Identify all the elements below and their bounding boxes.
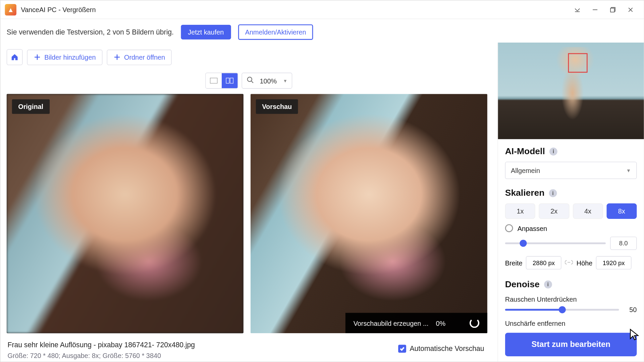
mouse-cursor-icon — [629, 328, 641, 343]
scale-label: Skalieren — [505, 188, 545, 198]
svg-point-5 — [247, 77, 252, 81]
suppress-noise-slider[interactable] — [505, 309, 619, 310]
split-view-icon — [226, 77, 234, 84]
scale-8x-button[interactable]: 8x — [606, 203, 637, 219]
scale-options: 1x 2x 4x 8x — [505, 203, 637, 219]
plus-icon — [113, 54, 120, 61]
preview-image — [251, 94, 487, 333]
zoom-level-select[interactable]: 100% ▼ — [241, 73, 292, 89]
chevron-down-icon: ▼ — [626, 168, 631, 173]
minimize-icon[interactable] — [586, 3, 604, 16]
custom-scale-toggle[interactable]: Anpassen — [505, 224, 637, 232]
maximize-icon[interactable] — [604, 3, 622, 16]
ai-model-section-title: AI-Modell i — [505, 146, 637, 156]
add-images-button[interactable]: Bilder hinzufügen — [27, 49, 103, 65]
suppress-noise-row: 50 — [505, 306, 637, 313]
sidebar: AI-Modell i Allgemein ▼ Skalieren i 1x 2… — [497, 43, 644, 362]
magnifier-icon — [247, 76, 254, 85]
progress-percent: 0% — [436, 319, 445, 327]
original-image — [7, 94, 244, 333]
trial-bar: Sie verwenden die Testversion, 2 von 5 B… — [0, 19, 644, 45]
width-label: Breite — [505, 259, 523, 266]
svg-rect-1 — [610, 8, 614, 12]
titlebar: ▲ VanceAI PC - Vergrößern — [0, 0, 644, 19]
dimensions-row: Breite 2880 px Höhe 1920 px — [505, 256, 637, 269]
open-folder-button[interactable]: Ordner öffnen — [107, 49, 171, 65]
view-split-button[interactable] — [222, 73, 238, 88]
info-icon[interactable]: i — [544, 280, 552, 288]
close-icon[interactable] — [622, 3, 639, 16]
original-pane[interactable]: Original — [7, 94, 244, 333]
info-icon[interactable]: i — [549, 147, 557, 156]
dropdown-icon[interactable] — [569, 3, 586, 16]
buy-button[interactable]: Jetzt kaufen — [181, 25, 231, 40]
scale-1x-button[interactable]: 1x — [505, 203, 535, 219]
progress-overlay: Vorschaubild erzeugen ... 0% — [345, 313, 487, 333]
model-select-value: Allgemein — [511, 167, 540, 174]
spinner-icon — [470, 318, 479, 328]
adjust-label: Anpassen — [518, 225, 547, 232]
original-badge: Original — [12, 99, 50, 114]
view-mode-segment — [205, 73, 238, 89]
denoise-label: Denoise — [505, 279, 540, 289]
app-logo-icon: ▲ — [5, 4, 16, 15]
navigator-preview[interactable] — [498, 43, 644, 139]
open-folder-label: Ordner öffnen — [124, 53, 165, 61]
model-select[interactable]: Allgemein ▼ — [505, 162, 637, 179]
height-label: Höhe — [577, 259, 592, 266]
scale-section-title: Skalieren i — [505, 188, 637, 198]
svg-rect-2 — [210, 78, 217, 83]
denoise-section-title: Denoise i — [505, 279, 637, 289]
scale-2x-button[interactable]: 2x — [539, 203, 569, 219]
home-button[interactable] — [7, 49, 23, 65]
svg-rect-3 — [226, 78, 229, 83]
auto-preview-label: Automatische Vorschau — [410, 345, 484, 353]
scale-slider-row: 8.0 — [505, 237, 637, 250]
ai-model-label: AI-Modell — [505, 146, 545, 156]
signin-button[interactable]: Anmelden/Aktivieren — [238, 24, 313, 40]
window-title: VanceAI PC - Vergrößern — [21, 6, 96, 13]
width-input[interactable]: 2880 px — [526, 256, 561, 269]
view-single-button[interactable] — [206, 73, 222, 88]
chevron-down-icon: ▼ — [283, 78, 287, 83]
scale-value-field[interactable]: 8.0 — [610, 237, 637, 250]
auto-preview-toggle[interactable]: Automatische Vorschau — [398, 345, 484, 353]
progress-text: Vorschaubild erzeugen ... — [354, 319, 429, 327]
height-input[interactable]: 1920 px — [596, 256, 632, 269]
preview-pane[interactable]: Vorschau Vorschaubild erzeugen ... 0% — [251, 94, 487, 333]
single-view-icon — [210, 77, 218, 84]
info-icon[interactable]: i — [549, 189, 557, 197]
start-processing-button[interactable]: Start zum bearbeiten — [505, 333, 637, 356]
svg-rect-4 — [230, 78, 233, 83]
scale-slider[interactable] — [505, 242, 606, 244]
app-window: ▲ VanceAI PC - Vergrößern Sie verwenden … — [0, 0, 644, 362]
trial-message: Sie verwenden die Testversion, 2 von 5 B… — [7, 28, 174, 36]
suppress-noise-label: Rauschen Unterdrücken — [505, 296, 637, 303]
plus-icon — [34, 54, 41, 61]
zoom-level-value: 100% — [257, 77, 280, 84]
preview-badge: Vorschau — [256, 99, 298, 114]
checkbox-checked-icon — [398, 345, 406, 353]
add-images-label: Bilder hinzufügen — [44, 53, 96, 61]
navigator-marquee[interactable] — [568, 53, 587, 73]
sidebar-controls: AI-Modell i Allgemein ▼ Skalieren i 1x 2… — [498, 139, 644, 326]
home-icon — [11, 53, 19, 61]
deblur-label: Unschärfe entfernen — [505, 319, 637, 326]
scale-4x-button[interactable]: 4x — [573, 203, 603, 219]
suppress-noise-value: 50 — [624, 306, 637, 313]
link-icon[interactable] — [565, 259, 573, 266]
zoom-controls: 100% ▼ — [0, 69, 497, 90]
radio-unchecked-icon — [505, 224, 513, 232]
